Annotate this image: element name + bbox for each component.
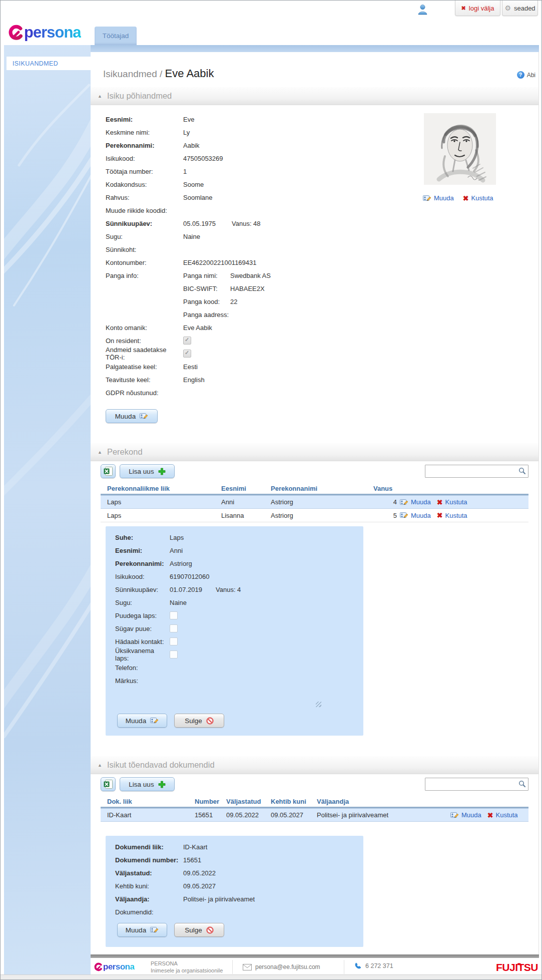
row-delete-label: Kustuta: [445, 512, 467, 519]
col-valid[interactable]: Kehtib kuni: [264, 798, 310, 805]
detail-row: Telefon:: [106, 661, 363, 674]
disabled-child-checkbox[interactable]: [170, 611, 178, 619]
excel-export-button[interactable]: [101, 464, 116, 478]
help-icon: ?: [517, 71, 524, 79]
col-doc-type[interactable]: Dok. liik: [101, 798, 188, 805]
field-value: Naine: [183, 233, 200, 240]
row-delete-link[interactable]: ✖ Kustuta: [487, 811, 518, 819]
field-label: Eesnimi:: [106, 116, 183, 123]
detail-row: Puudega laps:: [106, 609, 363, 622]
detail-label: Telefon:: [115, 664, 170, 672]
detail-value: Anni: [170, 547, 183, 554]
field-label: Konto omanik:: [106, 324, 183, 332]
field-value: Eve: [183, 116, 194, 123]
documents-search: [425, 778, 528, 791]
row-delete-label: Kustuta: [445, 498, 467, 506]
collapse-icon[interactable]: ▲: [98, 94, 102, 99]
resident-checkbox[interactable]: [183, 337, 191, 345]
row-delete-link[interactable]: ✖ Kustuta: [437, 498, 467, 506]
help-link[interactable]: ? Abi: [517, 71, 535, 79]
family-detail-buttons: Muuda Sulge: [117, 714, 224, 728]
col-lastname[interactable]: Perekonnanimi: [264, 485, 367, 492]
sidebar-item-isikuandmed[interactable]: ISIKUANDMED: [7, 57, 91, 70]
footer-company-name: PERSONA: [151, 960, 223, 967]
col-number[interactable]: Number: [188, 798, 220, 805]
single-parent-checkbox[interactable]: [170, 650, 178, 659]
field-label: Isikukood:: [106, 155, 183, 162]
section-basic-header[interactable]: ▲ Isiku põhiandmed: [91, 87, 538, 105]
bank-info-row: Panga info:Panga nimi:Swedbank AS: [91, 269, 538, 282]
field-label: Keskmine nimi:: [106, 129, 183, 136]
sidebar-background: [4, 45, 91, 974]
edit-basic-button[interactable]: Muuda: [106, 409, 158, 423]
search-icon[interactable]: [518, 467, 526, 475]
field-label: Sugu:: [106, 233, 183, 240]
edit-icon: [423, 195, 431, 202]
edit-icon: [140, 413, 148, 420]
family-search: [425, 465, 528, 478]
detail-row: Hädaabi kontakt:: [106, 635, 363, 648]
person-name: Eve Aabik: [165, 67, 214, 80]
footer-persona-logo: persona: [94, 962, 135, 972]
settings-button[interactable]: ⚙ seaded: [502, 1, 538, 16]
detail-row: Suhe:Laps: [106, 531, 363, 544]
section-family: ▲ Perekond Lisa uus: [91, 443, 538, 756]
col-age[interactable]: Vanus: [367, 485, 397, 492]
row-edit-link[interactable]: Muuda: [400, 512, 431, 519]
excel-icon: [104, 467, 113, 476]
family-edit-button[interactable]: Muuda: [117, 714, 167, 728]
document-row-selected[interactable]: ID-Kaart 15651 09.05.2022 09.05.2027 Pol…: [101, 808, 528, 822]
collapse-icon[interactable]: ▲: [98, 450, 102, 455]
row-delete-link[interactable]: ✖ Kustuta: [437, 512, 467, 519]
row-edit-link[interactable]: Muuda: [450, 811, 481, 819]
col-type[interactable]: Perekonnaliikme liik: [101, 485, 215, 492]
row-edit-link[interactable]: Muuda: [400, 498, 431, 506]
row-edit-label: Muuda: [411, 512, 431, 519]
document-edit-button[interactable]: Muuda: [117, 923, 167, 937]
family-close-button[interactable]: Sulge: [174, 714, 224, 728]
photo-actions: Muuda ✖ Kustuta: [423, 194, 493, 202]
section-family-header[interactable]: ▲ Perekond: [91, 443, 538, 461]
search-icon[interactable]: [518, 780, 526, 788]
user-icon: [417, 4, 428, 16]
severe-disability-checkbox[interactable]: [170, 624, 178, 632]
logout-button[interactable]: ✖ logi välja: [455, 1, 500, 16]
edit-icon: [400, 499, 408, 506]
excel-export-button[interactable]: [101, 777, 116, 791]
family-row-selected[interactable]: Laps Anni Astriorg 4 Muuda ✖ Kustuta: [101, 495, 528, 509]
detail-row: Dokumendid:: [106, 905, 363, 918]
footer-phone[interactable]: 6 272 371: [354, 962, 393, 969]
emergency-contact-checkbox[interactable]: [170, 637, 178, 645]
detail-row: Sünnikuupäev:01.07.2019Vanus: 4: [106, 583, 363, 596]
fujitsu-mark: [516, 957, 522, 969]
footer-divider: [344, 960, 344, 974]
field-label: Perekonnanimi:: [106, 142, 183, 149]
breadcrumb: Isikuandmed /: [103, 69, 165, 79]
col-issuer[interactable]: Väljaandja: [310, 798, 437, 805]
col-firstname[interactable]: Eesnimi: [215, 485, 264, 492]
field-value: Soomlane: [183, 194, 213, 201]
documents-toolbar: Lisa uus: [101, 777, 528, 792]
tab-tootajad[interactable]: Töötajad: [95, 27, 137, 45]
footer-phone-text: 6 272 371: [365, 962, 393, 969]
textarea-resize-handle[interactable]: [316, 702, 321, 707]
plus-icon: [158, 781, 166, 788]
family-search-input[interactable]: [427, 466, 515, 476]
footer-email[interactable]: persona@ee.fujitsu.com: [243, 963, 320, 970]
photo-delete-link[interactable]: ✖ Kustuta: [463, 194, 493, 202]
family-row[interactable]: Laps Lisanna Astriorg 5 Muuda ✖ Kustuta: [101, 509, 528, 522]
detail-label: Suhe:: [115, 534, 170, 541]
section-documents-header[interactable]: ▲ Isikut tõendavad dokumendid: [91, 756, 538, 774]
document-close-button[interactable]: Sulge: [174, 923, 224, 937]
add-family-button[interactable]: Lisa uus: [120, 464, 175, 478]
tor-checkbox[interactable]: [183, 350, 191, 358]
person-photo: [424, 113, 496, 185]
add-document-button[interactable]: Lisa uus: [120, 777, 175, 791]
documents-search-input[interactable]: [427, 779, 515, 789]
photo-edit-link[interactable]: Muuda: [423, 194, 454, 202]
detail-value: Politsei- ja piirivalveamet: [183, 895, 255, 903]
field-value: Ly: [183, 129, 190, 136]
collapse-icon[interactable]: ▲: [98, 763, 102, 768]
field-label: GDPR nõustunud:: [106, 389, 183, 397]
col-issued[interactable]: Väljastatud: [220, 798, 264, 805]
